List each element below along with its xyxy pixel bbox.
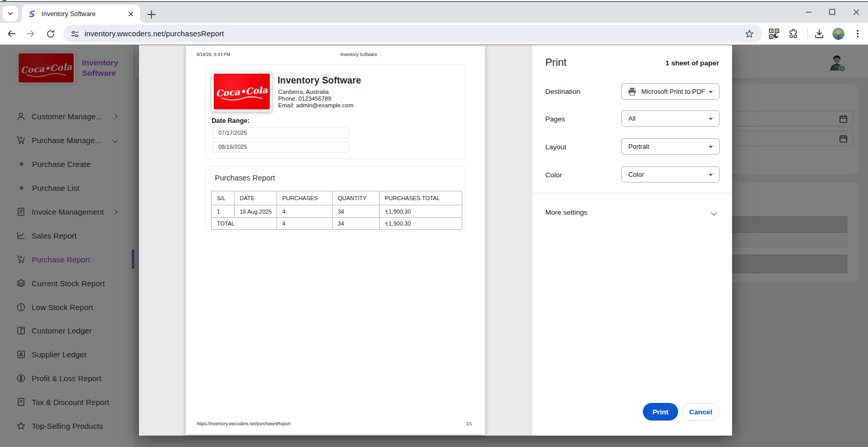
destination-label: Destination — [545, 88, 581, 95]
company-phone: Phone: 0123456789 — [278, 95, 332, 102]
company-info-card: Coca•Cola Inventory Software Canberra, A… — [205, 64, 465, 159]
print-dialog: 8/16/25, 9:43 PM Inventory Software Coca… — [139, 45, 732, 436]
pages-label: Pages — [545, 115, 565, 123]
site-info-icon[interactable] — [71, 30, 79, 38]
window-controls — [796, 2, 868, 23]
layout-label: Layout — [545, 143, 567, 151]
cell-purchases: 4 — [277, 205, 333, 218]
date-range-label: Date Range: — [212, 117, 250, 124]
col-sl: S/L — [212, 191, 235, 205]
taka-currency-icon — [385, 209, 388, 214]
col-date: DATE — [235, 191, 277, 205]
dropdown-caret-icon — [709, 91, 713, 93]
panel-divider — [532, 193, 732, 193]
amount-text: 1,900.30 — [389, 220, 411, 227]
destination-value: Microsoft Print to PDF — [641, 88, 705, 95]
window-minimize-button[interactable] — [796, 2, 820, 22]
logo-script-text: Coca•Cola — [215, 85, 268, 99]
toolbar-actions — [768, 23, 868, 45]
print-dialog-title: Print — [545, 57, 567, 68]
window-close-button[interactable] — [844, 2, 868, 22]
color-select[interactable]: Color — [621, 166, 720, 183]
reload-button[interactable] — [43, 26, 58, 41]
company-name: Inventory Software — [278, 75, 361, 86]
dropdown-caret-icon — [709, 146, 713, 148]
col-quantity: QUANTITY — [333, 191, 380, 205]
toolbar-separator — [807, 29, 808, 39]
col-purchases-total: PURCHASES TOTAL — [380, 191, 462, 205]
tab-close-icon[interactable] — [127, 10, 135, 18]
window-maximize-button[interactable] — [820, 2, 844, 22]
print-settings-panel: Print 1 sheet of paper Destination Micro… — [532, 45, 732, 436]
print-header-title: Inventory Software — [340, 52, 377, 57]
company-email: Email: admin@example.com — [278, 102, 353, 108]
cell-purchases-total: 1,900.30 — [380, 205, 462, 218]
print-button[interactable]: Print — [643, 403, 678, 421]
cell-total-purchases: 4 — [277, 218, 333, 230]
print-footer-url: https://inventory.wwcoders.net/purchases… — [197, 421, 291, 426]
color-label: Color — [545, 171, 562, 179]
tab-search-button[interactable] — [3, 6, 18, 21]
dropdown-caret-icon — [709, 118, 713, 120]
dropdown-caret-icon — [709, 174, 713, 176]
print-preview-area: 8/16/25, 9:43 PM Inventory Software Coca… — [139, 45, 532, 436]
page-viewport: Coca•Cola InventorySoftware Customer Man… — [0, 45, 868, 447]
tab-title: Inventory Software — [42, 10, 127, 18]
table-data-row: 1 16 Aug 2025 4 34 1,900.30 — [212, 205, 462, 218]
cell-quantity: 34 — [333, 205, 380, 218]
chevron-down-icon — [7, 10, 13, 17]
browser-menu-icon[interactable] — [851, 27, 864, 40]
sheet-count: 1 sheet of paper — [665, 59, 719, 67]
cell-total-quantity: 34 — [333, 218, 380, 230]
cell-sl: 1 — [212, 205, 235, 218]
cell-total-label: TOTAL — [212, 218, 277, 230]
forward-button[interactable] — [23, 26, 38, 41]
taka-currency-icon — [385, 221, 388, 226]
pages-select[interactable]: All — [621, 110, 720, 127]
print-preview-page: 8/16/25, 9:43 PM Inventory Software Coca… — [186, 46, 485, 435]
print-header-datetime: 8/16/25, 9:43 PM — [197, 52, 230, 57]
layout-value: Portrait — [628, 143, 650, 150]
extensions-icon[interactable] — [787, 27, 800, 40]
table-total-row: TOTAL 4 34 1,900.30 — [212, 218, 462, 230]
cell-date: 16 Aug 2025 — [235, 205, 277, 218]
browser-tab[interactable]: S Inventory Software — [22, 5, 140, 23]
date-from-value: 07/17/2025 — [212, 128, 349, 138]
back-button[interactable] — [4, 26, 19, 41]
browser-window: S Inventory Software inventory.wwcoders.… — [0, 0, 868, 447]
company-logo: Coca•Cola — [212, 72, 272, 111]
print-footer-page: 1/1 — [466, 421, 472, 426]
qr-code-icon[interactable] — [768, 27, 780, 40]
browser-toolbar: inventory.wwcoders.net/purchasesReport — [0, 23, 868, 45]
destination-select[interactable]: Microsoft Print to PDF — [621, 83, 720, 100]
purchases-table: S/L DATE PURCHASES QUANTITY PURCHASES TO… — [211, 191, 462, 230]
cell-total-amount: 1,900.30 — [380, 218, 462, 230]
date-to-value: 08/16/2025 — [212, 142, 349, 152]
bookmark-star-icon[interactable] — [745, 29, 754, 39]
pages-value: All — [628, 115, 636, 122]
tab-favicon-icon: S — [28, 10, 36, 18]
table-header-row: S/L DATE PURCHASES QUANTITY PURCHASES TO… — [212, 191, 462, 205]
report-title: Purchases Report — [215, 174, 275, 182]
tab-strip: S Inventory Software — [0, 2, 868, 23]
url-text[interactable]: inventory.wwcoders.net/purchasesReport — [85, 30, 224, 38]
new-tab-button[interactable] — [145, 8, 158, 21]
printer-icon — [628, 87, 637, 96]
address-bar[interactable]: inventory.wwcoders.net/purchasesReport — [63, 25, 763, 43]
layout-select[interactable]: Portrait — [621, 138, 720, 155]
coca-cola-logo: Coca•Cola — [214, 74, 270, 109]
company-address: Canberra, Australia — [278, 89, 329, 95]
cancel-button[interactable]: Cancel — [682, 403, 720, 421]
profile-avatar[interactable] — [832, 27, 845, 40]
col-purchases: PURCHASES — [277, 191, 333, 205]
amount-text: 1,900.30 — [389, 208, 411, 215]
downloads-icon[interactable] — [813, 27, 825, 40]
chevron-down-icon[interactable] — [711, 209, 717, 215]
more-settings-button[interactable]: More settings — [545, 208, 587, 216]
color-value: Color — [628, 171, 644, 178]
